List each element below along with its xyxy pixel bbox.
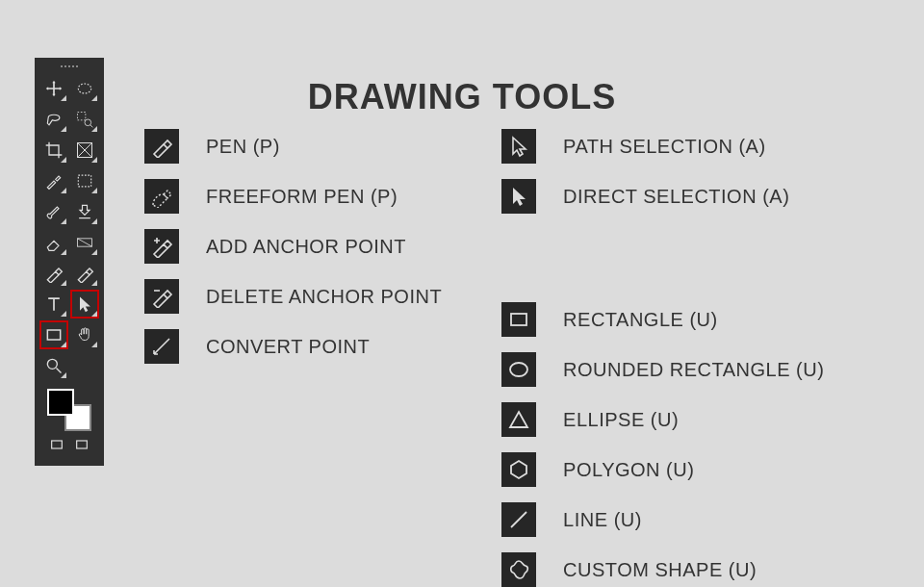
tool-eraser[interactable]	[40, 229, 67, 256]
pen-label: PEN (P)	[206, 136, 280, 158]
tool-crop[interactable]	[40, 137, 67, 164]
tool-marquee-rect[interactable]	[71, 167, 98, 194]
pen-icon	[144, 129, 179, 164]
tool-eyedropper[interactable]	[40, 167, 67, 194]
path-selection-icon	[501, 129, 536, 164]
add-anchor-label: ADD ANCHOR POINT	[206, 236, 406, 258]
tool-brush[interactable]	[40, 198, 67, 225]
legend-row-custom-shape: CUSTOM SHAPE (U)	[501, 552, 824, 587]
page-title: DRAWING TOOLS	[0, 77, 924, 117]
freeform-pen-label: FREEFORM PEN (P)	[206, 186, 398, 208]
delete-anchor-label: DELETE ANCHOR POINT	[206, 286, 442, 308]
tool-stamp[interactable]	[71, 198, 98, 225]
tool-move[interactable]	[40, 75, 67, 102]
polygon-label: POLYGON (U)	[563, 459, 694, 481]
rectangle-label: RECTANGLE (U)	[563, 309, 718, 331]
tool-quick-select[interactable]	[71, 106, 98, 133]
tool-spacer	[71, 352, 98, 379]
add-anchor-icon	[144, 229, 179, 264]
custom-shape-icon	[501, 552, 536, 587]
foreground-color-swatch[interactable]	[47, 389, 74, 416]
legend-column-left: PEN (P)FREEFORM PEN (P)ADD ANCHOR POINTD…	[144, 129, 442, 587]
custom-shape-label: CUSTOM SHAPE (U)	[563, 559, 757, 581]
legend-row-add-anchor: ADD ANCHOR POINT	[144, 229, 442, 264]
tools-panel	[35, 58, 104, 466]
line-icon	[501, 502, 536, 537]
convert-point-icon	[144, 329, 179, 364]
tool-path-selection[interactable]	[71, 291, 98, 318]
screen-mode-icon[interactable]	[74, 437, 90, 456]
legend-row-path-selection: PATH SELECTION (A)	[501, 129, 824, 164]
tool-type[interactable]	[40, 291, 67, 318]
line-label: LINE (U)	[563, 509, 642, 531]
legend-row-pen: PEN (P)	[144, 129, 442, 164]
tool-marquee-ellipse[interactable]	[71, 75, 98, 102]
ellipse-label: ELLIPSE (U)	[563, 409, 679, 431]
tool-rectangle[interactable]	[40, 321, 67, 348]
freeform-pen-icon	[144, 179, 179, 214]
legend-row-delete-anchor: DELETE ANCHOR POINT	[144, 279, 442, 314]
tool-hand[interactable]	[71, 321, 98, 348]
tool-lasso[interactable]	[40, 106, 67, 133]
tool-pen[interactable]	[40, 260, 67, 287]
tool-pen2[interactable]	[71, 260, 98, 287]
legend-row-polygon: POLYGON (U)	[501, 452, 824, 487]
legend-column-right: PATH SELECTION (A)DIRECT SELECTION (A)RE…	[501, 129, 824, 587]
ellipse-icon	[501, 402, 536, 437]
legend-row-rounded-rectangle: ROUNDED RECTANGLE (U)	[501, 352, 824, 387]
path-selection-label: PATH SELECTION (A)	[563, 136, 766, 158]
polygon-icon	[501, 452, 536, 487]
rounded-rectangle-label: ROUNDED RECTANGLE (U)	[563, 359, 824, 381]
legend-row-ellipse: ELLIPSE (U)	[501, 402, 824, 437]
legend-row-convert-point: CONVERT POINT	[144, 329, 442, 364]
panel-grip[interactable]	[40, 65, 98, 69]
rectangle-icon	[501, 302, 536, 337]
legend-row-freeform-pen: FREEFORM PEN (P)	[144, 179, 442, 214]
direct-selection-icon	[501, 179, 536, 214]
direct-selection-label: DIRECT SELECTION (A)	[563, 186, 789, 208]
delete-anchor-icon	[144, 279, 179, 314]
legend-row-line: LINE (U)	[501, 502, 824, 537]
rounded-rectangle-icon	[501, 352, 536, 387]
color-swatches[interactable]	[47, 389, 91, 431]
tool-gradient[interactable]	[71, 229, 98, 256]
convert-point-label: CONVERT POINT	[206, 336, 370, 358]
legend-row-rectangle: RECTANGLE (U)	[501, 302, 824, 337]
legend-row-direct-selection: DIRECT SELECTION (A)	[501, 179, 824, 214]
tool-zoom[interactable]	[40, 352, 67, 379]
quick-mask-icon[interactable]	[49, 437, 64, 456]
tool-slice[interactable]	[71, 137, 98, 164]
